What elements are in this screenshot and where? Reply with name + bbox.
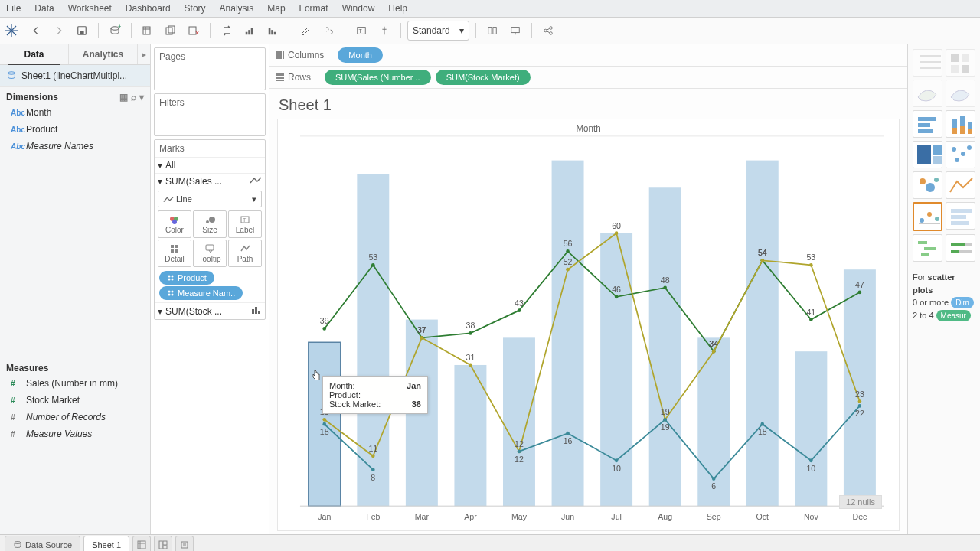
menu-analysis[interactable]: Analysis <box>220 3 254 14</box>
share-button[interactable] <box>538 21 558 41</box>
sm-line[interactable] <box>946 171 975 199</box>
sort-asc-button[interactable] <box>240 21 260 41</box>
marks-tooltip-button[interactable]: Tooltip <box>193 240 227 267</box>
rows-shelf[interactable]: Rows SUM(Sales (Number .. SUM(Stock Mark… <box>270 67 907 89</box>
dropdown-icon[interactable]: ▾ <box>139 92 144 103</box>
save-button[interactable] <box>72 21 92 41</box>
sm-heat[interactable] <box>946 49 975 77</box>
svg-text:23: 23 <box>855 389 864 398</box>
filters-card[interactable]: Filters <box>154 93 266 136</box>
svg-point-37 <box>209 217 215 223</box>
field-sales[interactable]: # Sales (Number in mm) <box>0 375 150 392</box>
svg-rect-54 <box>255 307 257 314</box>
marks-path-button[interactable]: Path <box>228 240 262 267</box>
new-worksheet-tab[interactable] <box>132 536 151 552</box>
marks-label-button[interactable]: T Label <box>228 210 262 238</box>
sm-dual-combo[interactable] <box>913 202 942 231</box>
tab-data[interactable]: Data <box>0 44 69 64</box>
chart-canvas[interactable]: Month39533738435646483454414719113731125… <box>277 119 900 531</box>
svg-point-136 <box>712 477 716 481</box>
sm-map[interactable] <box>913 80 942 107</box>
mark-type-dropdown[interactable]: Line ▾ <box>158 191 262 207</box>
svg-rect-73 <box>746 161 779 507</box>
sm-bullet[interactable] <box>946 234 975 262</box>
field-measure-values[interactable]: # Measure Values <box>0 425 150 442</box>
new-story-tab[interactable] <box>175 536 194 552</box>
columns-pill-month[interactable]: Month <box>338 47 383 63</box>
new-data-source-button[interactable]: + <box>105 21 125 41</box>
marks-stock-row[interactable]: ▾ SUM(Stock ... <box>155 302 265 319</box>
columns-shelf[interactable]: Columns Month <box>270 44 907 67</box>
field-measure-names[interactable]: Abc Measure Names <box>0 138 150 155</box>
fit-dropdown[interactable]: Standard ▾ <box>407 21 469 41</box>
sm-side-by-side[interactable] <box>913 171 942 199</box>
sm-stacked-bar[interactable] <box>946 110 975 138</box>
pages-card[interactable]: Pages <box>154 47 266 90</box>
sm-circle-views[interactable] <box>946 141 975 168</box>
field-product[interactable]: Abc Product <box>0 121 150 138</box>
duplicate-button[interactable] <box>161 21 181 41</box>
show-labels-button[interactable]: T <box>351 21 371 41</box>
marks-all-row[interactable]: ▾ All <box>155 157 265 173</box>
menu-window[interactable]: Window <box>342 3 375 14</box>
marks-color-button[interactable]: Color <box>158 210 191 238</box>
sm-filled-map[interactable] <box>946 80 975 107</box>
tab-analytics[interactable]: Analytics <box>69 44 138 64</box>
nulls-indicator[interactable]: 12 nulls <box>839 495 882 509</box>
sm-gantt[interactable] <box>913 234 942 262</box>
sm-hbar[interactable] <box>913 110 942 138</box>
menu-file[interactable]: File <box>6 3 21 14</box>
tab-sheet1[interactable]: Sheet 1 <box>83 536 129 552</box>
sm-area[interactable] <box>946 202 975 230</box>
marks-sales-row[interactable]: ▾ SUM(Sales ... <box>155 173 265 189</box>
group-button[interactable] <box>318 21 338 41</box>
menu-worksheet[interactable]: Worksheet <box>68 3 112 14</box>
field-label: Month <box>26 107 51 118</box>
pin-button[interactable] <box>374 21 394 41</box>
chevron-down-icon: ▾ <box>459 25 464 36</box>
svg-text:18: 18 <box>320 427 329 436</box>
sm-treemap[interactable] <box>913 141 942 168</box>
menu-format[interactable]: Format <box>299 3 328 14</box>
marks-pill-product[interactable]: Product <box>159 271 214 285</box>
field-month[interactable]: Abc Month <box>0 104 150 121</box>
menu-story[interactable]: Story <box>185 3 206 14</box>
new-worksheet-button[interactable] <box>138 21 158 41</box>
show-cards-button[interactable] <box>482 21 502 41</box>
menu-map[interactable]: Map <box>267 3 285 14</box>
field-stock-market[interactable]: # Stock Market <box>0 392 150 409</box>
new-dashboard-tab[interactable] <box>154 536 172 552</box>
rows-pill-stock[interactable]: SUM(Stock Market) <box>436 70 531 85</box>
back-button[interactable] <box>26 21 46 41</box>
marks-detail-button[interactable]: Detail <box>158 240 191 267</box>
marks-pill-measure-names[interactable]: Measure Nam.. <box>159 286 243 300</box>
text-type-icon: Abc <box>11 142 21 151</box>
svg-point-181 <box>926 183 935 192</box>
svg-point-27 <box>544 29 547 32</box>
sheet-title[interactable]: Sheet 1 <box>270 89 907 116</box>
forward-button[interactable] <box>49 21 69 41</box>
search-icon[interactable]: ⌕ <box>131 92 136 103</box>
swap-button[interactable] <box>217 21 237 41</box>
sm-text-table[interactable] <box>913 49 942 77</box>
menu-data[interactable]: Data <box>34 3 54 14</box>
main-toolbar: + × T Standard ▾ <box>0 18 980 44</box>
pane-menu-icon[interactable]: ▸ <box>138 44 150 64</box>
clear-button[interactable]: × <box>184 21 204 41</box>
svg-text:Jun: Jun <box>561 512 574 521</box>
sort-desc-button[interactable] <box>263 21 283 41</box>
menu-help[interactable]: Help <box>388 3 407 14</box>
rows-pill-sales[interactable]: SUM(Sales (Number .. <box>325 70 431 85</box>
datasource-row[interactable]: Sheet1 (lineChartMultipl... <box>0 65 150 87</box>
menu-dashboard[interactable]: Dashboard <box>126 3 171 14</box>
svg-rect-11 <box>166 28 172 34</box>
presentation-button[interactable] <box>505 21 525 41</box>
mark-cell-label: Color <box>165 226 184 234</box>
highlight-button[interactable] <box>296 21 315 41</box>
tab-data-source[interactable]: Data Source <box>5 536 80 552</box>
view-list-icon[interactable]: ▦ <box>119 92 128 103</box>
field-label: Product <box>26 124 57 135</box>
svg-rect-166 <box>918 129 933 133</box>
field-number-of-records[interactable]: # Number of Records <box>0 409 150 425</box>
marks-size-button[interactable]: Size <box>193 210 227 238</box>
